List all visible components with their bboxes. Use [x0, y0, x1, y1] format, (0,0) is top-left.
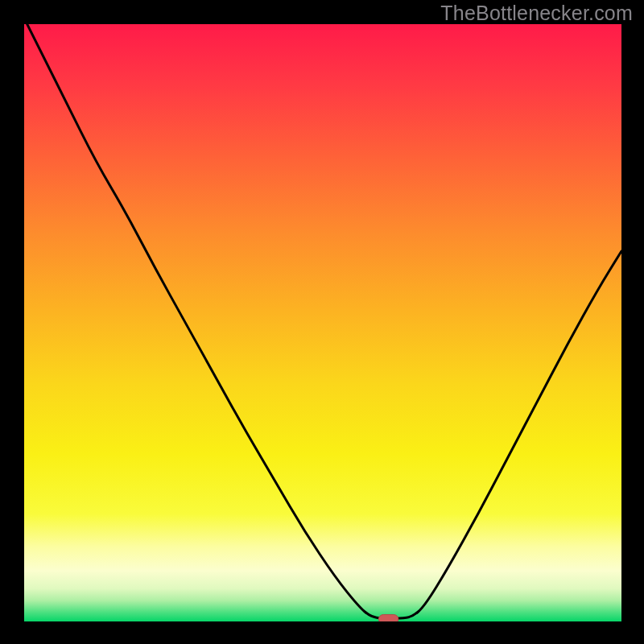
chart-svg: [24, 24, 621, 621]
watermark-text: TheBottlenecker.com: [440, 2, 633, 25]
bottleneck-chart: [24, 24, 621, 621]
chart-container: TheBottlenecker.com: [0, 0, 644, 644]
optimum-marker: [378, 614, 398, 621]
gradient-background: [24, 24, 621, 621]
